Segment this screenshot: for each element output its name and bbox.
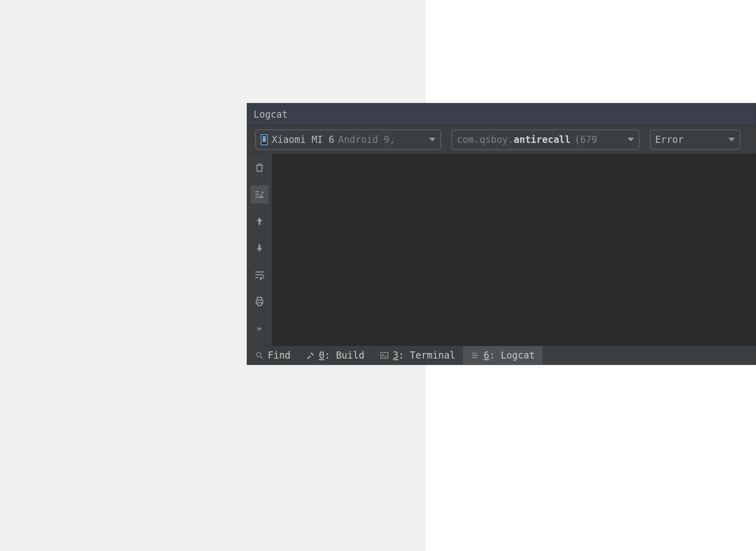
print-button[interactable] [250, 292, 269, 311]
tab-logcat[interactable]: 6: Logcat [463, 346, 543, 364]
search-icon [255, 351, 264, 360]
tab-build-mnemonic: 0 [319, 350, 324, 361]
tab-logcat-label: : Logcat [489, 350, 535, 361]
more-actions-button[interactable]: » [250, 319, 269, 337]
chevron-down-icon [628, 138, 634, 141]
tab-find[interactable]: Find [247, 346, 298, 364]
log-level: Error [655, 134, 684, 145]
tab-build[interactable]: 0: Build [298, 346, 372, 364]
logcat-panel: Logcat Xiaomi MI 6 Android 9, com.qsboy.… [247, 103, 756, 365]
panel-title: Logcat [254, 109, 288, 120]
chevron-down-icon [429, 138, 435, 141]
process-bold: antirecall [514, 134, 571, 145]
svg-rect-1 [381, 352, 388, 358]
logcat-filter-row: Xiaomi MI 6 Android 9, com.qsboy.antirec… [247, 126, 756, 154]
more-icon: » [256, 324, 262, 333]
tool-window-tabs: Find 0: Build 3: Terminal 6: Logcat [247, 346, 756, 364]
scroll-to-end-button[interactable] [250, 185, 269, 203]
terminal-icon [380, 351, 389, 360]
logcat-side-toolbar: » [247, 154, 272, 346]
chevron-down-icon [728, 138, 735, 141]
tab-terminal-mnemonic: 3 [393, 350, 398, 361]
up-stack-button[interactable] [250, 212, 269, 230]
logcat-icon [471, 351, 480, 360]
tab-find-label: Find [268, 350, 291, 361]
process-pid: (679 [574, 134, 597, 145]
device-selector[interactable]: Xiaomi MI 6 Android 9, [255, 129, 441, 150]
device-os: Android 9, [338, 134, 395, 145]
device-name: Xiaomi MI 6 [272, 134, 334, 145]
tab-terminal[interactable]: 3: Terminal [372, 346, 463, 364]
process-prefix: com.qsboy. [457, 134, 514, 145]
log-output-area[interactable] [272, 154, 756, 346]
tab-logcat-mnemonic: 6 [484, 350, 489, 361]
svg-point-0 [257, 352, 261, 357]
hammer-icon [306, 351, 315, 360]
soft-wrap-button[interactable] [250, 266, 269, 284]
tab-build-label: : Build [324, 350, 364, 361]
logcat-body: » [247, 154, 756, 346]
tab-terminal-label: : Terminal [398, 350, 456, 361]
clear-log-button[interactable] [250, 159, 269, 177]
phone-icon [261, 134, 268, 145]
down-stack-button[interactable] [250, 239, 269, 257]
process-selector[interactable]: com.qsboy.antirecall (679 [451, 129, 639, 150]
panel-title-bar[interactable]: Logcat [247, 104, 756, 126]
log-level-selector[interactable]: Error [650, 129, 740, 150]
